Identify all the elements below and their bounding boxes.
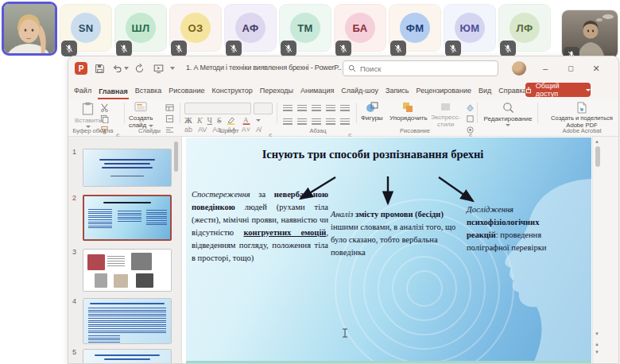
tab-transitions[interactable]: Переходы [259,87,294,99]
slide-thumbnail-1[interactable] [83,149,172,187]
mic-muted-icon [500,41,516,56]
next-slide-icon[interactable]: ▼ [595,350,599,354]
editing-button[interactable]: Редактирование [482,102,534,126]
undo-dropdown-icon[interactable] [124,67,129,70]
scroll-up-icon[interactable]: ▲ [595,139,599,144]
shape-fill-icon[interactable] [466,103,475,112]
tab-insert[interactable]: Вставка [134,87,162,99]
main-scrollbar-area: ▲ ▼ ▲ ▼ [592,137,619,363]
scroll-down-icon[interactable]: ▼ [595,331,599,336]
tab-record[interactable]: Запись [385,87,410,99]
copy-icon[interactable] [100,114,109,123]
indent-decrease-icon[interactable] [312,105,321,112]
paste-button[interactable]: Вставить [75,102,102,128]
close-button[interactable]: ✕ [584,56,608,80]
participant-initials: ТМ [290,13,320,43]
arrange-button[interactable]: Упорядочить [389,102,428,122]
mic-muted-icon [226,41,242,56]
group-caption-clipboard: Буфер обмена [70,127,116,134]
numbering-icon[interactable] [297,105,307,112]
chevron-down-icon [506,124,510,126]
tab-design[interactable]: Конструктор [211,87,254,99]
cut-icon[interactable] [100,103,109,112]
pdf-document-icon [576,102,587,114]
start-slideshow-icon[interactable] [153,63,165,75]
dialog-launcher-icon[interactable] [469,128,475,134]
bold-button[interactable]: Ж [184,116,192,125]
participant-tile[interactable]: БА [334,4,386,52]
tab-review[interactable]: Рецензирование [416,87,473,99]
mic-muted-icon [335,41,351,56]
participant-tile[interactable]: ТМ [279,4,331,52]
bullets-icon[interactable] [283,105,293,112]
strikethrough-button[interactable]: S [217,116,222,125]
search-input[interactable]: Поиск [343,60,498,76]
dialog-launcher-icon[interactable] [269,128,274,134]
slide-text-middle[interactable]: Аналіз змісту промови (бесіди) іншими сл… [331,208,464,259]
justify-icon[interactable] [326,118,335,126]
account-avatar[interactable] [512,61,526,76]
slide-thumbnail-4[interactable] [83,298,172,344]
participant-initials: SN [71,13,101,43]
dialog-launcher-icon[interactable] [348,128,354,134]
new-slide-button[interactable]: Создатьслайд [129,102,153,129]
scrollbar-thumb[interactable] [595,146,600,167]
columns-icon[interactable] [340,118,350,126]
undo-icon[interactable] [111,63,123,75]
line-spacing-icon[interactable] [340,105,350,112]
participant-tile[interactable]: ЛФ [498,4,551,52]
align-center-icon[interactable] [297,118,307,126]
quick-styles-button[interactable]: Экспресс-стили [431,102,460,128]
slide-canvas[interactable]: Існують три способи розпізнавання брехні… [186,137,591,364]
font-color-icon[interactable]: A [242,116,251,125]
layout-icon[interactable] [165,103,174,112]
text-highlight-icon[interactable] [227,116,237,125]
participant-tile[interactable]: ФМ [389,4,441,52]
panel-scrollbar[interactable] [174,141,178,172]
slide-thumbnail-2-selected[interactable] [83,195,172,241]
quick-access-dropdown-icon[interactable] [170,67,175,70]
webcam-tile-active-speaker[interactable] [2,2,57,56]
tab-animations[interactable]: Анимация [300,87,335,99]
slide-thumbnail-3[interactable] [83,249,172,292]
adobe-pdf-button[interactable]: Создать и поделитьсяAdobe PDF [542,102,619,129]
webcam-tile-right[interactable] [561,10,618,59]
align-left-icon[interactable] [283,118,293,126]
participant-tile[interactable]: ЮМ [444,4,496,52]
tab-draw[interactable]: Рисование [168,87,205,99]
redo-icon[interactable] [134,63,145,75]
tab-help[interactable]: Справка [498,87,527,99]
tab-file[interactable]: Файл [73,87,92,99]
slide-thumbnail-5[interactable] [83,349,172,364]
powerpoint-logo-icon: P [75,62,87,75]
svg-text:A: A [243,116,249,124]
minimize-button[interactable]: – [533,56,557,80]
participant-tile[interactable]: SN [60,4,112,52]
paragraph-buttons-row1 [283,105,350,112]
restore-button[interactable]: ◻ [559,56,583,80]
slide-text-right[interactable]: Дослідження психофізіологічних реакцій: … [467,203,565,254]
dialog-launcher-icon[interactable] [116,128,122,134]
reset-icon[interactable] [165,114,174,123]
share-button[interactable]: Общий доступ [525,83,591,97]
align-right-icon[interactable] [312,118,321,126]
italic-button[interactable]: К [197,116,203,125]
previous-slide-icon[interactable]: ▲ [595,342,599,347]
save-icon[interactable] [94,63,106,75]
participant-tile[interactable]: ОЗ [169,4,222,52]
tab-view[interactable]: Вид [478,87,492,99]
font-name-box[interactable] [184,103,251,114]
participant-tile[interactable]: АФ [224,4,277,52]
underline-button[interactable]: Ч [207,116,213,125]
shapes-button[interactable]: Фигуры [361,102,383,122]
quick-styles-icon [440,102,451,112]
chevron-down-icon [256,119,261,122]
participant-tile[interactable]: ШЛ [114,4,167,52]
shape-outline-icon[interactable] [466,114,475,123]
arrange-icon [402,102,414,113]
tab-slideshow[interactable]: Слайд-шоу [340,87,379,99]
font-size-box[interactable] [254,103,273,114]
indent-increase-icon[interactable] [326,105,335,112]
slide-text-left[interactable]: Спостереження за невербальною поведінкою… [192,188,328,265]
tab-home[interactable]: Главная [98,87,129,100]
